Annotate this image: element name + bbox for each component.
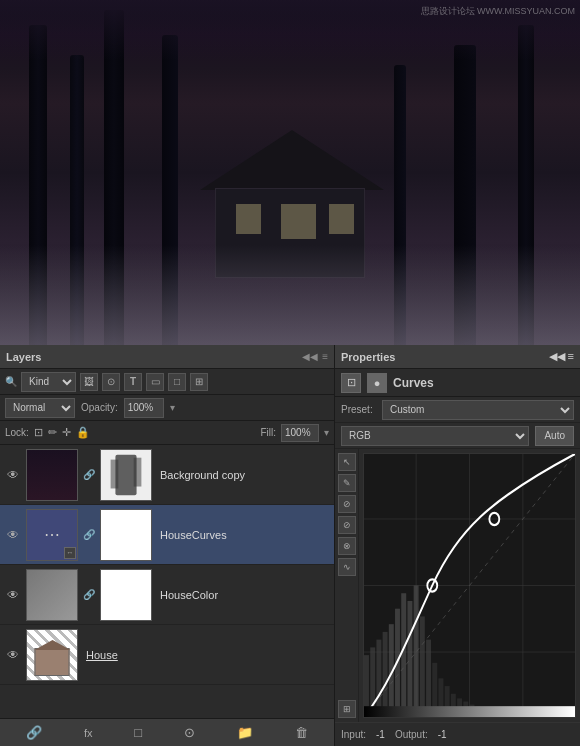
layer-link-icon[interactable]: 🔗 (82, 469, 96, 480)
layer-visibility-toggle[interactable]: 👁 (4, 468, 22, 482)
layer-effects-btn[interactable]: fx (80, 725, 97, 741)
select-point-tool[interactable]: ↖ (338, 453, 356, 471)
shape-filter-btn[interactable]: ▭ (146, 373, 164, 391)
fill-label: Fill: (260, 427, 276, 438)
layer-visibility-toggle[interactable]: 👁 (4, 588, 22, 602)
type-filter-btn[interactable]: T (124, 373, 142, 391)
layers-bottom-toolbar: 🔗 fx □ ⊙ 📁 🗑 (0, 718, 334, 746)
layers-panel-title: Layers (6, 351, 41, 363)
svg-rect-3 (134, 457, 142, 486)
bottom-panels: Layers ◀◀ ≡ 🔍 Kind 🖼 ⊙ T ▭ □ ⊞ Normal Op… (0, 345, 580, 746)
curves-header: ⊡ ● Curves (335, 369, 580, 397)
new-group-btn[interactable]: 📁 (233, 723, 257, 742)
layer-link-icon[interactable]: 🔗 (82, 589, 96, 600)
house-window (329, 204, 354, 234)
opacity-label: Opacity: (81, 402, 118, 413)
svg-rect-16 (401, 593, 406, 717)
properties-panel-header: Properties ◀◀ ≡ (335, 345, 580, 369)
layer-item-background-copy[interactable]: 👁 🔗 Background copy (0, 445, 334, 505)
link-layers-btn[interactable]: 🔗 (22, 723, 46, 742)
properties-collapse-controls[interactable]: ◀◀ ≡ (549, 350, 574, 363)
auto-button[interactable]: Auto (535, 426, 574, 446)
channel-select[interactable]: RGB Red Green Blue (341, 426, 529, 446)
curves-icon-right[interactable]: ● (367, 373, 387, 393)
layers-collapse-left[interactable]: ◀◀ (302, 351, 318, 362)
preset-row: Preset: Custom Default Strong Contrast (335, 397, 580, 423)
svg-rect-1 (115, 454, 136, 494)
preset-select[interactable]: Custom Default Strong Contrast (382, 400, 574, 420)
house-window (236, 204, 261, 234)
eyedropper-mid-tool[interactable]: ⊘ (338, 516, 356, 534)
layer-name-background-copy: Background copy (156, 469, 330, 481)
layers-panel: Layers ◀◀ ≡ 🔍 Kind 🖼 ⊙ T ▭ □ ⊞ Normal Op… (0, 345, 335, 746)
layer-thumbnail-house-color (26, 569, 78, 621)
blending-row: Normal Opacity: ▾ (0, 395, 334, 421)
edit-curve-tool[interactable]: ✎ (338, 474, 356, 492)
layers-collapse-controls[interactable]: ◀◀ ≡ (302, 351, 328, 362)
properties-collapse-left[interactable]: ◀◀ (549, 350, 565, 362)
properties-menu-icon[interactable]: ≡ (568, 350, 574, 362)
layer-item-house[interactable]: 👁 House ⊞ (0, 625, 334, 685)
input-label: Input: (341, 729, 366, 740)
layer-thumbnail-background (26, 449, 78, 501)
fill-input[interactable] (281, 424, 319, 442)
layer-visibility-toggle[interactable]: 👁 (4, 528, 22, 542)
properties-panel-title: Properties (341, 351, 395, 363)
kind-label: 🔍 (5, 376, 17, 387)
curves-svg (364, 454, 575, 717)
watermark: 思路设计论坛 WWW.MISSYUAN.COM (421, 5, 576, 18)
lock-all-icon[interactable]: 🔒 (76, 426, 90, 439)
fog-overlay (0, 245, 580, 345)
svg-rect-47 (364, 706, 575, 717)
adjustment-btn[interactable]: ⊙ (180, 723, 199, 742)
layers-list: 👁 🔗 Background copy (0, 445, 334, 718)
properties-panel: Properties ◀◀ ≡ ⊡ ● Curves Preset: Custo… (335, 345, 580, 746)
lock-label: Lock: (5, 427, 29, 438)
extra-filter-btn[interactable]: ⊞ (190, 373, 208, 391)
eyedropper-tool[interactable]: ⊘ (338, 495, 356, 513)
layer-link-icon[interactable]: 🔗 (82, 529, 96, 540)
fill-arrow[interactable]: ▾ (324, 427, 329, 438)
svg-rect-20 (426, 640, 431, 717)
delete-layer-btn[interactable]: 🗑 (291, 723, 312, 742)
opacity-arrow[interactable]: ▾ (170, 402, 175, 413)
layer-thumbnail-house (26, 629, 78, 681)
layer-mask-thumbnail-house-curves (100, 509, 152, 561)
curves-bottom: Input: -1 Output: -1 (335, 722, 580, 746)
svg-rect-2 (111, 459, 119, 488)
layer-mask-thumbnail-house-color (100, 569, 152, 621)
adjustment-filter-btn[interactable]: ⊙ (102, 373, 120, 391)
layer-name-house-curves: HouseCurves (156, 529, 330, 541)
layers-panel-header: Layers ◀◀ ≡ (0, 345, 334, 369)
layer-item-house-color[interactable]: 👁 🔗 HouseColor (0, 565, 334, 625)
lock-row: Lock: ⊡ ✏ ✛ 🔒 Fill: ▾ (0, 421, 334, 445)
layer-thumbnail-house-curves: ⋯ ↔ (26, 509, 78, 561)
channel-row: RGB Red Green Blue Auto (335, 423, 580, 449)
curves-title: Curves (393, 376, 434, 390)
svg-rect-12 (376, 640, 381, 717)
lock-position-icon[interactable]: ✏ (48, 426, 57, 439)
layer-item-house-curves[interactable]: 👁 ⋯ ↔ 🔗 HouseCurves (0, 505, 334, 565)
canvas-area: 思路设计论坛 WWW.MISSYUAN.COM (0, 0, 580, 345)
smooth-curve-tool[interactable]: ∿ (338, 558, 356, 576)
eyedropper-white-tool[interactable]: ⊗ (338, 537, 356, 555)
curves-icon-left[interactable]: ⊡ (341, 373, 361, 393)
add-mask-btn[interactable]: □ (130, 723, 146, 742)
blend-mode-select[interactable]: Normal (5, 398, 75, 418)
layer-visibility-toggle[interactable]: 👁 (4, 648, 22, 662)
pixel-filter-btn[interactable]: 🖼 (80, 373, 98, 391)
curves-graph[interactable] (363, 453, 576, 718)
lock-pixel-icon[interactable]: ⊡ (34, 426, 43, 439)
layer-name-house-color: HouseColor (156, 589, 330, 601)
clip-btn[interactable]: ⊞ (338, 700, 356, 718)
output-label: Output: (395, 729, 428, 740)
layers-menu-icon[interactable]: ≡ (322, 351, 328, 362)
opacity-input[interactable] (124, 398, 164, 418)
kind-select[interactable]: Kind (21, 372, 76, 392)
smart-filter-btn[interactable]: □ (168, 373, 186, 391)
output-value: -1 (438, 729, 447, 740)
layer-mask-thumbnail-background (100, 449, 152, 501)
svg-rect-13 (383, 632, 388, 717)
curves-graph-container: ↖ ✎ ⊘ ⊘ ⊗ ∿ ⊞ (335, 449, 580, 722)
lock-move-icon[interactable]: ✛ (62, 426, 71, 439)
